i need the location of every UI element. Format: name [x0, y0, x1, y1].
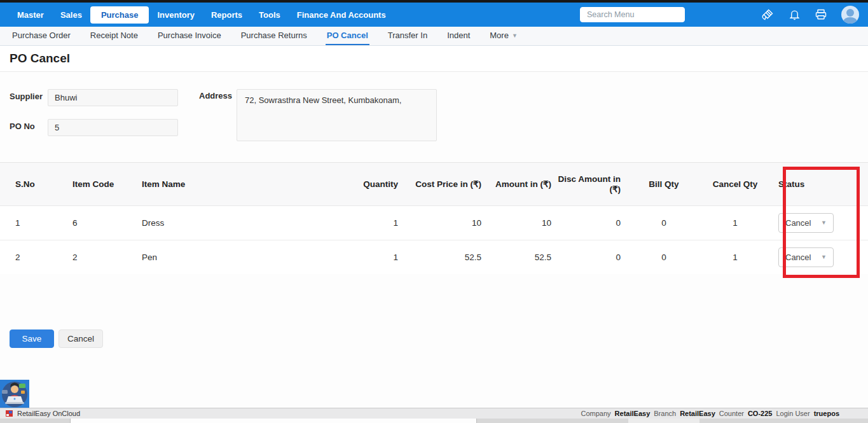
app-logo-icon	[5, 410, 13, 418]
status-dropdown[interactable]: Cancel ▼	[778, 213, 834, 233]
login-user-value: truepos	[814, 410, 839, 417]
table-header-row: S.No Item Code Item Name Quantity Cost P…	[0, 163, 868, 205]
user-avatar[interactable]	[841, 6, 859, 24]
branch-value: RetailEasy	[680, 410, 715, 417]
footer-app-info: RetailEasy OnCloud	[5, 410, 80, 418]
footer-session-info: Company RetailEasy Branch RetailEasy Cou…	[581, 410, 839, 417]
status-dropdown-value: Cancel	[785, 218, 811, 228]
page-title: PO Cancel	[10, 52, 70, 66]
company-value: RetailEasy	[615, 410, 651, 417]
status-dropdown[interactable]: Cancel ▼	[778, 247, 834, 267]
tab-more-label: More	[490, 31, 509, 40]
cell-quantity: 1	[341, 205, 404, 240]
cell-amount: 52.5	[488, 240, 558, 274]
printer-icon[interactable]	[815, 8, 827, 21]
status-dropdown-value: Cancel	[785, 253, 811, 262]
chevron-down-icon: ▼	[512, 32, 518, 39]
col-header-status: Status	[769, 163, 868, 205]
footer-app-name: RetailEasy OnCloud	[17, 410, 80, 417]
login-user-label: Login User	[776, 410, 809, 417]
col-header-item-name: Item Name	[142, 163, 341, 205]
cell-cancel-qty: 1	[701, 240, 769, 274]
nav-item-tools[interactable]: Tools	[251, 6, 289, 24]
main-navbar: Master Sales Purchase Inventory Reports …	[0, 3, 868, 27]
bell-icon[interactable]	[788, 8, 801, 21]
counter-value: CO-225	[748, 410, 773, 417]
cell-disc-amount: 0	[558, 240, 627, 274]
cell-cancel-qty: 1	[701, 205, 769, 240]
chevron-down-icon: ▼	[821, 219, 827, 226]
table-row: 2 2 Pen 1 52.5 52.5 0 0 1 Cancel ▼	[0, 240, 868, 274]
po-no-label: PO No	[10, 121, 35, 131]
cell-disc-amount: 0	[558, 205, 627, 240]
purchase-subnav: Purchase Order Receipt Note Purchase Inv…	[0, 27, 868, 46]
nav-item-reports[interactable]: Reports	[203, 6, 251, 24]
paintbrush-icon[interactable]	[761, 8, 774, 21]
cell-status: Cancel ▼	[769, 240, 868, 274]
cell-cost-price: 10	[404, 205, 488, 240]
cell-item-code: 2	[72, 240, 142, 274]
col-header-item-code: Item Code	[72, 163, 142, 205]
address-field[interactable]: 72, Sowrasthra New Street, Kumbakonam,	[237, 89, 437, 141]
supplier-field[interactable]	[48, 89, 178, 106]
address-label: Address	[199, 91, 232, 101]
tab-indent[interactable]: Indent	[446, 27, 471, 45]
cell-sno: 2	[0, 240, 72, 274]
col-header-quantity: Quantity	[341, 163, 404, 205]
nav-item-purchase[interactable]: Purchase	[90, 6, 149, 24]
chevron-down-icon: ▼	[821, 254, 827, 260]
cell-bill-qty: 0	[627, 240, 701, 274]
po-no-field[interactable]	[48, 119, 178, 136]
bottom-edge-segment	[70, 419, 477, 423]
tab-purchase-invoice[interactable]: Purchase Invoice	[156, 27, 223, 45]
supplier-label: Supplier	[10, 92, 43, 101]
cell-item-name: Pen	[142, 240, 341, 274]
nav-item-finance-and-accounts[interactable]: Finance And Accounts	[289, 6, 394, 24]
save-button[interactable]: Save	[10, 329, 54, 348]
cell-sno: 1	[0, 205, 72, 240]
col-header-bill-qty: Bill Qty	[627, 163, 701, 205]
po-cancel-form: Supplier PO No Address 72, Sowrasthra Ne…	[0, 72, 868, 162]
tab-purchase-order[interactable]: Purchase Order	[11, 27, 72, 45]
col-header-sno: S.No	[0, 163, 72, 205]
navbar-icon-group	[761, 6, 859, 24]
col-header-cost-price: Cost Price in (₹)	[404, 163, 488, 205]
cell-cost-price: 52.5	[404, 240, 488, 274]
cell-amount: 10	[488, 205, 558, 240]
cell-status: Cancel ▼	[769, 205, 868, 240]
branch-label: Branch	[654, 410, 676, 417]
table-row: 1 6 Dress 1 10 10 0 0 1 Cancel ▼	[0, 205, 868, 240]
cell-item-code: 6	[72, 205, 142, 240]
status-footer: RetailEasy OnCloud Company RetailEasy Br…	[0, 408, 868, 419]
col-header-amount: Amount in (₹)	[488, 163, 558, 205]
cell-quantity: 1	[341, 240, 404, 274]
cell-item-name: Dress	[142, 205, 341, 240]
search-input[interactable]	[580, 7, 685, 22]
counter-label: Counter	[719, 410, 744, 417]
bottom-edge-segment	[628, 419, 699, 423]
support-chat-widget[interactable]	[0, 380, 29, 408]
nav-item-master[interactable]: Master	[9, 6, 52, 24]
company-label: Company	[581, 410, 611, 417]
nav-item-sales[interactable]: Sales	[52, 6, 90, 24]
cancel-button[interactable]: Cancel	[59, 329, 103, 348]
col-header-disc-amount: Disc Amount in (₹)	[558, 163, 627, 205]
nav-item-inventory[interactable]: Inventory	[149, 6, 203, 24]
tab-receipt-note[interactable]: Receipt Note	[89, 27, 139, 45]
form-actions: Save Cancel	[0, 329, 868, 348]
tab-po-cancel[interactable]: PO Cancel	[326, 27, 369, 45]
bottom-edge-sliver	[0, 419, 868, 423]
po-items-table: S.No Item Code Item Name Quantity Cost P…	[0, 163, 868, 274]
col-header-cancel-qty: Cancel Qty	[701, 163, 769, 205]
cell-bill-qty: 0	[627, 205, 701, 240]
title-bar: PO Cancel	[0, 46, 868, 72]
po-items-table-section: S.No Item Code Item Name Quantity Cost P…	[0, 162, 868, 274]
tab-purchase-returns[interactable]: Purchase Returns	[240, 27, 308, 45]
tab-more[interactable]: More ▼	[488, 27, 519, 45]
tab-transfer-in[interactable]: Transfer In	[387, 27, 429, 45]
